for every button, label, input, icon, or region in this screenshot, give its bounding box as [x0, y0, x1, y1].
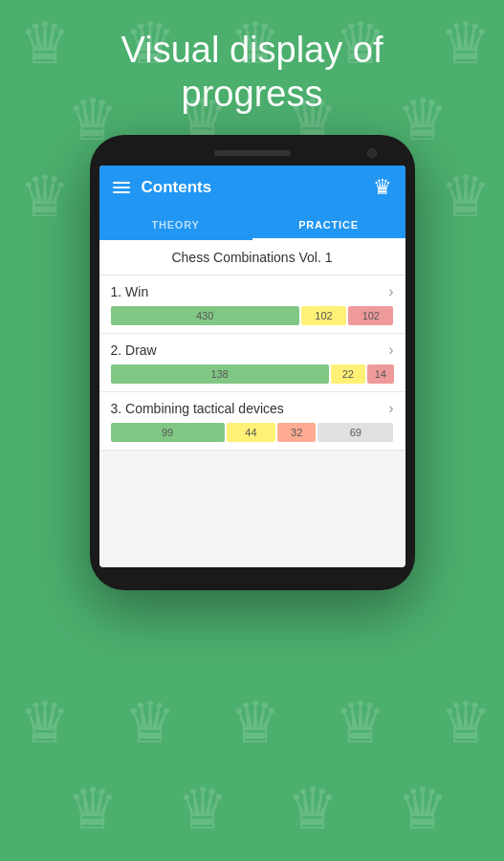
phone-screen: Contents ♛ THEORY PRACTICE Chess Combina… — [99, 166, 405, 567]
phone-top-bar — [99, 150, 405, 156]
list-item-tactical-title: 3. Combining tactical devices — [111, 401, 284, 416]
list-item-tactical[interactable]: 3. Combining tactical devices › 99 44 32… — [99, 392, 405, 451]
tabs-bar: THEORY PRACTICE — [99, 210, 405, 240]
progress-row-tactical: 99 44 32 69 — [99, 421, 405, 450]
phone-mockup: Contents ♛ THEORY PRACTICE Chess Combina… — [90, 135, 415, 590]
hero-title: Visual display of progress — [83, 29, 422, 116]
bar-win-green: 430 — [111, 306, 299, 325]
app-title: Contents — [142, 178, 212, 197]
bar-win-yellow: 102 — [301, 306, 346, 325]
bar-win-red: 102 — [348, 306, 393, 325]
chevron-win-icon: › — [388, 283, 393, 300]
bar-draw-red: 14 — [367, 364, 393, 384]
bar-tactical-orange: 32 — [277, 423, 316, 442]
content-area: Chess Combinations Vol. 1 1. Win › 430 1… — [99, 240, 405, 451]
progress-row-win: 430 102 102 — [99, 304, 405, 333]
list-item-win[interactable]: 1. Win › 430 102 102 — [99, 276, 405, 334]
list-item-draw[interactable]: 2. Draw › 138 22 14 — [99, 334, 405, 392]
tab-theory[interactable]: THEORY — [99, 210, 252, 240]
phone-camera — [367, 148, 377, 158]
section-title: Chess Combinations Vol. 1 — [99, 240, 405, 276]
bar-draw-yellow: 22 — [331, 364, 366, 384]
list-item-draw-title: 2. Draw — [111, 342, 157, 358]
chevron-draw-icon: › — [388, 342, 393, 359]
list-item-tactical-header: 3. Combining tactical devices › — [99, 392, 405, 421]
app-header: Contents ♛ — [99, 166, 405, 210]
bar-tactical-gray: 69 — [318, 423, 393, 442]
list-item-draw-header: 2. Draw › — [99, 334, 405, 363]
progress-row-draw: 138 22 14 — [99, 363, 405, 391]
list-item-win-title: 1. Win — [111, 284, 149, 299]
app-logo-icon: ♛ — [373, 175, 392, 200]
tab-practice[interactable]: PRACTICE — [252, 210, 405, 240]
bar-draw-green: 138 — [111, 364, 329, 384]
phone-bottom — [99, 567, 405, 575]
hamburger-menu[interactable] — [113, 182, 130, 193]
header-left: Contents — [113, 178, 212, 197]
list-item-win-header: 1. Win › — [99, 276, 405, 304]
bar-tactical-green: 99 — [111, 423, 225, 442]
chevron-tactical-icon: › — [388, 400, 393, 417]
phone-speaker — [214, 150, 291, 156]
bar-tactical-yellow: 44 — [227, 423, 276, 442]
